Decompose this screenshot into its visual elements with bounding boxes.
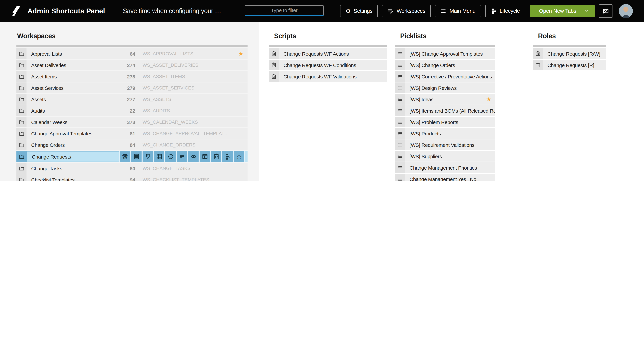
open-new-tabs-button[interactable]: Open New Tabs: [530, 5, 595, 17]
script-row[interactable]: Change Requests WF Conditions: [269, 60, 387, 70]
script-row[interactable]: Change Requests WF Validations: [269, 71, 387, 82]
list-icon: [395, 60, 405, 70]
workspace-row[interactable]: Approval Lists 64 WS_APPROVAL_LISTS ★: [16, 48, 248, 59]
text-lines-icon[interactable]: [176, 151, 187, 162]
list-icon: [395, 71, 405, 82]
roles-rows: Change Requests [R/W] Change Requests [R…: [533, 48, 606, 70]
user-avatar[interactable]: [619, 4, 633, 18]
tag-icon[interactable]: [142, 151, 153, 162]
picklist-row[interactable]: [WS] Corrective / Preventative Actions: [395, 71, 496, 82]
workspace-row[interactable]: Change Orders 84 WS_CHANGE_ORDERS: [16, 139, 248, 150]
workspaces-rule: [16, 45, 248, 46]
favorite-star-icon: ★: [486, 96, 492, 102]
roles-rule: [533, 45, 606, 46]
list-icon: [395, 128, 405, 139]
list-icon: [395, 151, 405, 162]
favorite-star-icon: ★: [238, 51, 244, 57]
settings-button[interactable]: ⚙ Settings: [340, 5, 378, 17]
settings-gear-icon[interactable]: ⚙: [119, 151, 130, 162]
id-badge-icon: [533, 60, 543, 70]
grid-icon[interactable]: [153, 151, 164, 162]
picklist-row[interactable]: [WS] Items and BOMs (All Released Revs): [395, 105, 496, 116]
id-badge-icon: [533, 48, 543, 59]
script-row[interactable]: Change Requests WF Actions: [269, 48, 387, 59]
filter-input[interactable]: [245, 5, 324, 16]
workspace-row[interactable]: Change Approval Templates 81 WS_CHANGE_A…: [16, 128, 248, 139]
header-buttons: ⚙ Settings Workspaces Main Me: [340, 0, 633, 22]
highlighted-row-name-panel: Change Requests: [27, 151, 119, 162]
picklists-rule: [395, 45, 496, 46]
scripts-title: Scripts: [274, 32, 387, 40]
main-menu-button[interactable]: Main Menu: [435, 5, 481, 17]
list-icon: [395, 94, 405, 105]
scripts-rows: Change Requests WF Actions Change Reques…: [269, 48, 387, 82]
workspace-row[interactable]: Calendar Weeks 373 WS_CALENDAR_WEEKS: [16, 117, 248, 127]
header-bar: Admin Shortcuts Panel Save time when con…: [0, 0, 644, 22]
workspace-row[interactable]: Change Tasks 80 WS_CHANGE_TASKS: [16, 163, 248, 174]
workspace-row[interactable]: Checklist Templates 94 WS_CHECKLIST_TEMP…: [16, 174, 248, 181]
picklist-row[interactable]: Change Management Yes | No: [395, 174, 496, 181]
chevron-down-icon: [584, 9, 589, 13]
workspace-row[interactable]: Asset Deliveries 274 WS_ASSET_DELIVERIES: [16, 60, 248, 70]
picklists-column: Picklists [WS] Change Approval Templates: [395, 22, 496, 181]
lifecycle-button[interactable]: Lifecycle: [485, 5, 525, 17]
picklist-row[interactable]: [WS] Products: [395, 128, 496, 139]
highlighted-row-end-cap: [244, 151, 248, 162]
workspace-row-highlighted[interactable]: Change Requests ⚙: [16, 151, 248, 162]
table-columns-icon[interactable]: [198, 151, 210, 162]
mail-disabled-button[interactable]: [599, 4, 612, 18]
folder-icon: [16, 60, 26, 70]
form-icon[interactable]: [130, 151, 142, 162]
list-icon: [395, 162, 405, 173]
picklist-row[interactable]: Change Management Priorities: [395, 162, 496, 173]
role-row[interactable]: Change Requests [R/W]: [533, 48, 606, 59]
workspaces-column: Workspaces Approval Lists 64 WS_APPROVAL…: [16, 22, 248, 181]
code-script-icon[interactable]: [210, 151, 221, 162]
link-icon[interactable]: [187, 151, 198, 162]
lifecycle-icon[interactable]: [221, 151, 233, 162]
picklists-rows: [WS] Change Approval Templates [WS] Chan…: [395, 48, 496, 181]
workspace-row[interactable]: Asset Services 279 WS_ASSET_SERVICES: [16, 82, 248, 93]
folder-icon: [16, 71, 26, 82]
workspace-row[interactable]: Asset Items 278 WS_ASSET_ITEMS: [16, 71, 248, 82]
list-icon: [395, 82, 405, 93]
picklist-row[interactable]: [WS] Problem Reports: [395, 117, 496, 127]
list-icon: [395, 139, 405, 150]
roles-title: Roles: [538, 32, 606, 40]
picklist-row[interactable]: [WS] Design Reviews: [395, 82, 496, 93]
folder-icon: [16, 94, 26, 105]
folder-icon: [16, 174, 26, 181]
workspaces-title: Workspaces: [17, 32, 248, 40]
list-icon: [395, 174, 405, 181]
gear-icon: ⚙: [346, 8, 350, 14]
workspaces-button[interactable]: Workspaces: [382, 5, 431, 17]
code-script-icon: [269, 48, 279, 59]
role-row[interactable]: Change Requests [R]: [533, 60, 606, 70]
list-icon: [395, 105, 405, 116]
verified-seal-icon[interactable]: [164, 151, 176, 162]
workspace-row[interactable]: Audits 22 WS_AUDITS: [16, 105, 248, 116]
list-icon: [395, 117, 405, 127]
picklist-row[interactable]: [WS] Suppliers: [395, 151, 496, 162]
workspace-name: Change Requests: [32, 154, 71, 159]
highlighted-row-actions: ⚙: [119, 151, 248, 162]
app-logo-icon: [10, 4, 23, 18]
folder-icon: [16, 139, 26, 150]
list-icon: [395, 48, 405, 59]
picklist-row[interactable]: [WS] Change Orders: [395, 60, 496, 70]
header-subtitle: Save time when configuring your …: [123, 7, 221, 15]
star-outline-icon[interactable]: ☆: [233, 151, 244, 162]
folder-icon: [16, 82, 26, 93]
picklist-row[interactable]: [WS] Requirement Validations: [395, 139, 496, 150]
folder-icon: [16, 48, 26, 59]
code-script-icon: [269, 60, 279, 70]
folder-icon: [16, 105, 26, 116]
workspace-row[interactable]: Assets 277 WS_ASSETS: [16, 94, 248, 105]
picklists-title: Picklists: [400, 32, 496, 40]
scripts-rule: [269, 45, 387, 46]
code-script-icon: [269, 71, 279, 82]
picklist-row[interactable]: [WS] Ideas ★: [395, 94, 496, 105]
workspaces-rows-after: Change Tasks 80 WS_CHANGE_TASKS Checklis…: [16, 163, 248, 181]
picklist-row[interactable]: [WS] Change Approval Templates: [395, 48, 496, 59]
edit-list-icon: [388, 8, 394, 14]
